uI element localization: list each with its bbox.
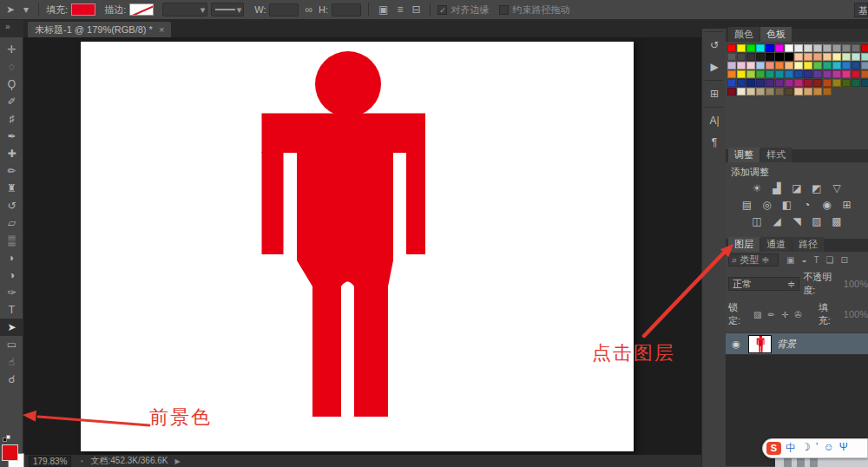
layer-visibility-eye-icon[interactable]: ◉ bbox=[729, 339, 743, 350]
color-swatch[interactable] bbox=[756, 62, 765, 69]
presets-panel-icon[interactable]: ⊞ bbox=[702, 83, 727, 104]
color-swatch[interactable] bbox=[746, 70, 755, 78]
path-arrangement-icon[interactable]: ⊟ bbox=[409, 3, 423, 16]
color-swatch[interactable] bbox=[785, 62, 793, 69]
align-edges-checkbox[interactable]: ✓ 对齐边缘 bbox=[437, 3, 489, 16]
ime-moon-icon[interactable]: ☽ bbox=[801, 441, 811, 456]
color-swatch[interactable] bbox=[804, 62, 812, 69]
lock-icon[interactable]: ✇ bbox=[794, 310, 801, 319]
layer-filter-icon[interactable]: ▣ bbox=[786, 255, 794, 265]
adjustment-icon[interactable]: ▩ bbox=[830, 215, 844, 228]
blur-tool[interactable]: ◗ bbox=[0, 249, 23, 266]
color-swatch[interactable] bbox=[832, 44, 841, 52]
zoom-tool[interactable]: ☌ bbox=[0, 371, 23, 388]
layer-filter-icon[interactable]: ⊡ bbox=[841, 255, 848, 265]
color-swatch[interactable] bbox=[766, 53, 774, 61]
hand-tool[interactable]: ☝ bbox=[0, 353, 23, 371]
color-swatch[interactable] bbox=[794, 44, 803, 52]
color-swatch[interactable] bbox=[813, 79, 822, 87]
lasso-tool[interactable]: Ϙ bbox=[0, 76, 23, 93]
color-swatch[interactable] bbox=[813, 70, 822, 78]
color-swatch[interactable] bbox=[737, 44, 746, 52]
color-swatch[interactable] bbox=[756, 88, 765, 95]
adjustment-icon[interactable]: ▽ bbox=[830, 182, 844, 195]
marquee-tool[interactable]: ◌ bbox=[0, 58, 23, 76]
color-swatch[interactable] bbox=[842, 70, 851, 78]
adjustment-icon[interactable]: ▨ bbox=[810, 215, 824, 228]
color-swatch[interactable] bbox=[756, 70, 765, 78]
adjustment-icon[interactable]: ◥ bbox=[790, 215, 804, 228]
color-swatch[interactable] bbox=[746, 44, 755, 52]
eyedropper-tool[interactable]: ✒ bbox=[0, 128, 23, 145]
color-swatch[interactable] bbox=[813, 62, 822, 69]
width-input[interactable] bbox=[269, 3, 299, 16]
tab-styles[interactable]: 样式 bbox=[760, 148, 792, 162]
stroke-type-dropdown[interactable]: ▾ bbox=[211, 3, 244, 16]
color-swatch[interactable] bbox=[861, 62, 868, 69]
adjustment-icon[interactable]: ◪ bbox=[790, 182, 804, 195]
color-swatch[interactable] bbox=[832, 53, 841, 61]
color-swatch[interactable] bbox=[861, 79, 868, 87]
color-swatch[interactable] bbox=[804, 53, 812, 61]
path-operations-icon[interactable]: ▣ bbox=[376, 3, 391, 16]
color-swatch[interactable] bbox=[737, 88, 746, 95]
color-swatch[interactable] bbox=[775, 62, 784, 69]
color-swatch[interactable] bbox=[823, 53, 832, 61]
type-tool[interactable]: T bbox=[0, 301, 23, 319]
layer-filter-icon[interactable]: T bbox=[814, 255, 819, 265]
color-swatch[interactable] bbox=[852, 79, 860, 87]
document-tab[interactable]: 未标题-1 @ 179%(RGB/8) * × bbox=[28, 22, 171, 37]
workspace-switcher-button[interactable]: 基本 bbox=[854, 3, 868, 17]
color-swatch[interactable] bbox=[727, 70, 736, 78]
toolbar-collapse-chevron[interactable]: » bbox=[0, 20, 23, 37]
paragraph-panel-icon[interactable]: ¶ bbox=[702, 132, 727, 153]
zoom-level-field[interactable]: 179.83% bbox=[29, 456, 71, 467]
taskbar-button[interactable] bbox=[797, 458, 805, 467]
color-swatch[interactable] bbox=[861, 44, 868, 52]
color-swatch[interactable] bbox=[794, 79, 803, 87]
status-flyout-icon[interactable]: ▶ bbox=[174, 457, 180, 465]
move-tool[interactable]: ✛ bbox=[0, 41, 23, 58]
adjustment-icon[interactable]: ◧ bbox=[780, 199, 794, 212]
lock-icon[interactable]: ▨ bbox=[753, 310, 761, 319]
character-panel-icon[interactable]: A| bbox=[702, 110, 727, 131]
color-swatch[interactable] bbox=[804, 44, 812, 52]
foreground-color-swatch[interactable] bbox=[2, 444, 18, 461]
tab-layers[interactable]: 图层 bbox=[728, 237, 760, 252]
color-swatch[interactable] bbox=[813, 88, 822, 95]
color-swatch[interactable] bbox=[794, 62, 803, 69]
stroke-width-dropdown[interactable]: ▾ bbox=[162, 3, 207, 16]
color-swatch[interactable] bbox=[727, 62, 736, 69]
color-swatch[interactable] bbox=[766, 62, 774, 69]
color-swatch[interactable] bbox=[842, 62, 851, 69]
color-swatch[interactable] bbox=[727, 88, 736, 95]
layer-row-background[interactable]: ◉ 背景 bbox=[726, 332, 868, 355]
ime-logo-icon[interactable]: S bbox=[766, 442, 781, 455]
stroke-color-swatch[interactable] bbox=[129, 3, 154, 16]
ime-mode-icon[interactable]: 中 bbox=[786, 441, 796, 456]
lock-icon[interactable]: ✛ bbox=[781, 310, 788, 319]
history-brush-tool[interactable]: ↺ bbox=[0, 197, 23, 214]
rectangle-tool[interactable]: ▭ bbox=[0, 336, 23, 353]
adjustment-icon[interactable]: ◎ bbox=[760, 199, 774, 212]
eraser-tool[interactable]: ▱ bbox=[0, 214, 23, 232]
color-swatch[interactable] bbox=[832, 79, 841, 87]
tab-color[interactable]: 颜色 bbox=[728, 27, 760, 42]
color-swatch[interactable] bbox=[852, 44, 860, 52]
filter-kind-dropdown[interactable]: ⌕ 类型 ≑ bbox=[728, 253, 779, 266]
color-swatch[interactable] bbox=[832, 62, 841, 69]
color-swatch[interactable] bbox=[842, 79, 851, 87]
color-swatch[interactable] bbox=[785, 53, 793, 61]
layer-filter-icon[interactable]: ◒ bbox=[801, 255, 806, 265]
quick-selection-tool[interactable]: ✐ bbox=[0, 93, 23, 110]
color-swatch[interactable] bbox=[794, 53, 803, 61]
blend-mode-dropdown[interactable]: 正常 ≑ bbox=[728, 277, 799, 291]
color-swatch[interactable] bbox=[861, 53, 868, 61]
color-swatch[interactable] bbox=[756, 79, 765, 87]
color-swatch[interactable] bbox=[727, 53, 736, 61]
color-swatch[interactable] bbox=[813, 53, 822, 61]
pen-tool[interactable]: ✑ bbox=[0, 284, 23, 301]
color-swatch[interactable] bbox=[746, 79, 755, 87]
path-selection-tool[interactable]: ➤ bbox=[0, 319, 23, 336]
layer-thumbnail[interactable] bbox=[748, 335, 772, 353]
